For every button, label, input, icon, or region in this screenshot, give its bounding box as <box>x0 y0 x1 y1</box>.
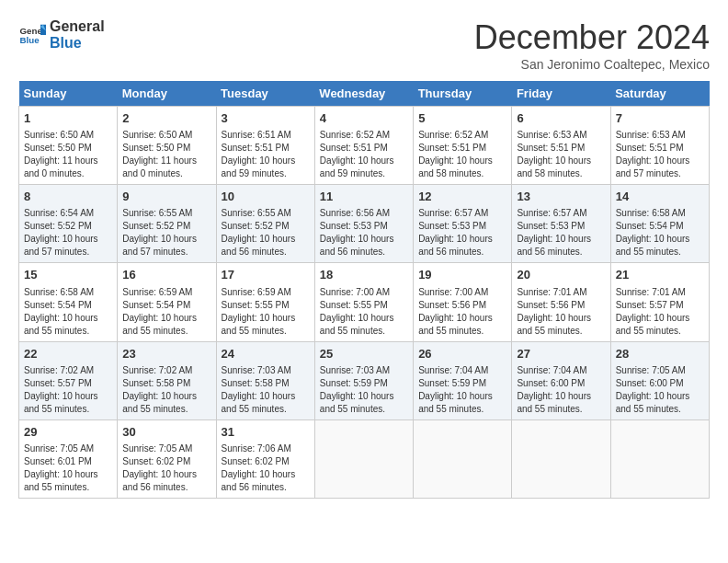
day-number: 17 <box>222 267 310 283</box>
day-number: 19 <box>418 267 506 283</box>
table-row: 7Sunrise: 6:53 AMSunset: 5:51 PMDaylight… <box>610 107 709 185</box>
table-row: 28Sunrise: 7:05 AMSunset: 6:00 PMDayligh… <box>610 341 709 419</box>
day-info: Sunrise: 6:57 AMSunset: 5:53 PMDaylight:… <box>418 207 506 259</box>
header-sunday: Sunday <box>19 81 118 107</box>
day-info: Sunrise: 7:00 AMSunset: 5:55 PMDaylight:… <box>320 286 408 338</box>
day-info: Sunrise: 6:53 AMSunset: 5:51 PMDaylight:… <box>517 129 605 180</box>
day-number: 14 <box>616 189 704 205</box>
day-number: 4 <box>320 110 408 127</box>
table-row: 24Sunrise: 7:03 AMSunset: 5:58 PMDayligh… <box>216 341 314 419</box>
day-number: 9 <box>122 189 210 205</box>
day-info: Sunrise: 7:03 AMSunset: 5:58 PMDaylight:… <box>222 364 310 416</box>
page-header: General Blue General Blue General Blue D… <box>18 18 710 72</box>
table-row: 19Sunrise: 7:00 AMSunset: 5:56 PMDayligh… <box>414 263 512 341</box>
day-number: 22 <box>24 346 112 362</box>
table-row: 5Sunrise: 6:52 AMSunset: 5:51 PMDaylight… <box>414 107 512 185</box>
day-info: Sunrise: 7:04 AMSunset: 6:00 PMDaylight:… <box>517 364 605 416</box>
day-number: 6 <box>517 110 605 127</box>
day-info: Sunrise: 7:02 AMSunset: 5:58 PMDaylight:… <box>122 364 210 416</box>
day-info: Sunrise: 7:05 AMSunset: 6:02 PMDaylight:… <box>122 442 210 494</box>
day-number: 28 <box>616 346 704 362</box>
table-row: 25Sunrise: 7:03 AMSunset: 5:59 PMDayligh… <box>314 341 413 419</box>
table-row: 14Sunrise: 6:58 AMSunset: 5:54 PMDayligh… <box>610 185 709 263</box>
day-number: 23 <box>122 346 210 362</box>
day-number: 8 <box>24 189 112 205</box>
title-block: December 2024 San Jeronimo Coaltepec, Me… <box>474 18 710 72</box>
day-info: Sunrise: 7:02 AMSunset: 5:57 PMDaylight:… <box>24 364 112 416</box>
header-monday: Monday <box>118 81 216 107</box>
day-number: 7 <box>616 110 704 127</box>
day-info: Sunrise: 6:52 AMSunset: 5:51 PMDaylight:… <box>320 129 408 180</box>
day-info: Sunrise: 6:50 AMSunset: 5:50 PMDaylight:… <box>122 129 210 180</box>
table-row: 18Sunrise: 7:00 AMSunset: 5:55 PMDayligh… <box>314 263 413 341</box>
calendar-week-row: 8Sunrise: 6:54 AMSunset: 5:52 PMDaylight… <box>19 185 710 263</box>
day-info: Sunrise: 6:57 AMSunset: 5:53 PMDaylight:… <box>517 207 605 259</box>
logo: General Blue General Blue General Blue <box>18 18 105 51</box>
day-info: Sunrise: 6:59 AMSunset: 5:54 PMDaylight:… <box>122 286 210 338</box>
logo-blue: Blue <box>50 35 105 52</box>
day-number: 16 <box>122 267 210 283</box>
day-number: 26 <box>418 346 506 362</box>
table-row: 11Sunrise: 6:56 AMSunset: 5:53 PMDayligh… <box>314 185 413 263</box>
day-info: Sunrise: 6:52 AMSunset: 5:51 PMDaylight:… <box>418 129 506 180</box>
header-saturday: Saturday <box>610 81 709 107</box>
calendar-header-row: Sunday Monday Tuesday Wednesday Thursday… <box>19 81 710 107</box>
table-row: 8Sunrise: 6:54 AMSunset: 5:52 PMDaylight… <box>19 185 118 263</box>
table-row: 30Sunrise: 7:05 AMSunset: 6:02 PMDayligh… <box>118 419 216 498</box>
day-info: Sunrise: 6:58 AMSunset: 5:54 PMDaylight:… <box>24 286 112 338</box>
month-title: December 2024 <box>474 18 710 57</box>
table-row <box>314 419 413 498</box>
header-friday: Friday <box>512 81 610 107</box>
day-number: 31 <box>222 424 310 441</box>
day-info: Sunrise: 7:01 AMSunset: 5:56 PMDaylight:… <box>517 286 605 338</box>
calendar-week-row: 29Sunrise: 7:05 AMSunset: 6:01 PMDayligh… <box>19 419 710 498</box>
day-info: Sunrise: 6:55 AMSunset: 5:52 PMDaylight:… <box>222 207 310 259</box>
header-thursday: Thursday <box>414 81 512 107</box>
day-info: Sunrise: 7:05 AMSunset: 6:00 PMDaylight:… <box>616 364 704 416</box>
header-tuesday: Tuesday <box>216 81 314 107</box>
day-info: Sunrise: 6:53 AMSunset: 5:51 PMDaylight:… <box>616 129 704 180</box>
table-row: 12Sunrise: 6:57 AMSunset: 5:53 PMDayligh… <box>414 185 512 263</box>
day-info: Sunrise: 7:05 AMSunset: 6:01 PMDaylight:… <box>24 442 112 494</box>
day-number: 29 <box>24 424 112 441</box>
calendar-week-row: 1Sunrise: 6:50 AMSunset: 5:50 PMDaylight… <box>19 107 710 185</box>
day-number: 24 <box>222 346 310 362</box>
logo-icon: General Blue <box>18 21 46 49</box>
table-row: 23Sunrise: 7:02 AMSunset: 5:58 PMDayligh… <box>118 341 216 419</box>
day-info: Sunrise: 6:56 AMSunset: 5:53 PMDaylight:… <box>320 207 408 259</box>
calendar-table: Sunday Monday Tuesday Wednesday Thursday… <box>18 81 710 499</box>
table-row: 1Sunrise: 6:50 AMSunset: 5:50 PMDaylight… <box>19 107 118 185</box>
day-number: 12 <box>418 189 506 205</box>
day-number: 18 <box>320 267 408 283</box>
table-row: 17Sunrise: 6:59 AMSunset: 5:55 PMDayligh… <box>216 263 314 341</box>
day-number: 20 <box>517 267 605 283</box>
table-row: 26Sunrise: 7:04 AMSunset: 5:59 PMDayligh… <box>414 341 512 419</box>
day-info: Sunrise: 7:03 AMSunset: 5:59 PMDaylight:… <box>320 364 408 416</box>
day-number: 30 <box>122 424 210 441</box>
table-row: 21Sunrise: 7:01 AMSunset: 5:57 PMDayligh… <box>610 263 709 341</box>
day-number: 11 <box>320 189 408 205</box>
day-number: 10 <box>222 189 310 205</box>
day-number: 5 <box>418 110 506 127</box>
table-row: 9Sunrise: 6:55 AMSunset: 5:52 PMDaylight… <box>118 185 216 263</box>
table-row: 2Sunrise: 6:50 AMSunset: 5:50 PMDaylight… <box>118 107 216 185</box>
day-number: 3 <box>222 110 310 127</box>
table-row: 13Sunrise: 6:57 AMSunset: 5:53 PMDayligh… <box>512 185 610 263</box>
day-info: Sunrise: 7:06 AMSunset: 6:02 PMDaylight:… <box>222 442 310 494</box>
day-number: 21 <box>616 267 704 283</box>
table-row: 27Sunrise: 7:04 AMSunset: 6:00 PMDayligh… <box>512 341 610 419</box>
day-info: Sunrise: 6:51 AMSunset: 5:51 PMDaylight:… <box>222 129 310 180</box>
day-info: Sunrise: 6:59 AMSunset: 5:55 PMDaylight:… <box>222 286 310 338</box>
table-row: 10Sunrise: 6:55 AMSunset: 5:52 PMDayligh… <box>216 185 314 263</box>
day-number: 15 <box>24 267 112 283</box>
table-row: 22Sunrise: 7:02 AMSunset: 5:57 PMDayligh… <box>19 341 118 419</box>
day-info: Sunrise: 7:04 AMSunset: 5:59 PMDaylight:… <box>418 364 506 416</box>
day-info: Sunrise: 6:58 AMSunset: 5:54 PMDaylight:… <box>616 207 704 259</box>
table-row: 15Sunrise: 6:58 AMSunset: 5:54 PMDayligh… <box>19 263 118 341</box>
table-row <box>414 419 512 498</box>
calendar-week-row: 22Sunrise: 7:02 AMSunset: 5:57 PMDayligh… <box>19 341 710 419</box>
svg-text:Blue: Blue <box>20 35 40 45</box>
location-subtitle: San Jeronimo Coaltepec, Mexico <box>474 57 710 72</box>
day-number: 2 <box>122 110 210 127</box>
day-number: 13 <box>517 189 605 205</box>
